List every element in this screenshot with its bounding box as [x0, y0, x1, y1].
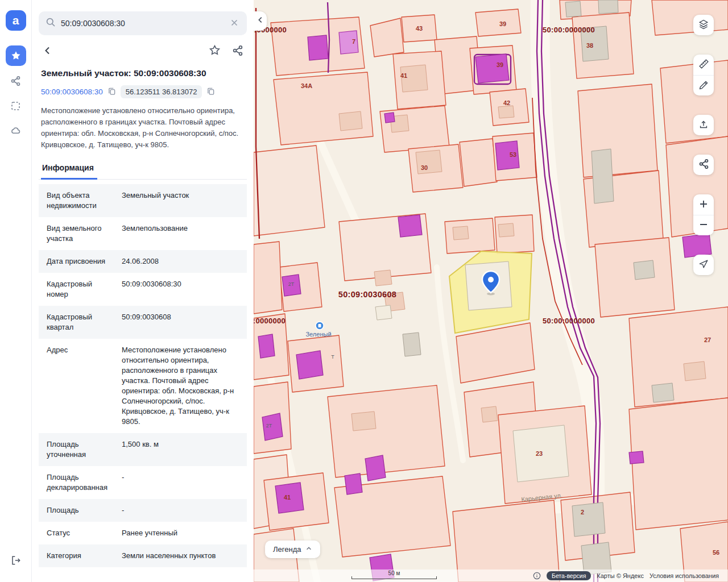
favorite-button[interactable] — [208, 43, 222, 59]
edit-button[interactable] — [693, 75, 714, 95]
table-row: Площадь- — [39, 499, 247, 522]
parcel-number: 56 — [713, 549, 719, 556]
info-row-label: Адрес — [47, 345, 122, 427]
sidebar-item-layers-share[interactable] — [6, 70, 26, 91]
info-row-value: Ранее учтенный — [122, 528, 239, 538]
search-icon — [46, 17, 56, 30]
parcel-number: 2 — [581, 509, 584, 516]
plus-icon — [698, 199, 709, 211]
cloud-icon — [10, 125, 22, 136]
info-row-label: Вид земельного участка — [47, 223, 122, 244]
app-logo-letter: a — [13, 14, 19, 27]
map-area[interactable]: 50:00:0000000 50:00:0000000 50:09:003060… — [254, 0, 728, 582]
back-button[interactable] — [41, 44, 55, 59]
table-row: Вид объекта недвижимостиЗемельный участо… — [39, 184, 247, 217]
info-row-value: Земельный участок — [122, 190, 239, 211]
copy-cadastral-button[interactable] — [106, 86, 117, 98]
layers-icon — [698, 19, 709, 32]
search-bar[interactable] — [39, 11, 247, 35]
info-row-label: Площадь уточненная — [47, 439, 122, 460]
sidebar-item-select-area[interactable] — [6, 95, 26, 116]
ruler-icon — [698, 59, 709, 71]
collapse-panel-button[interactable] — [254, 11, 267, 31]
legend-label: Легенда — [273, 545, 301, 554]
chevron-left-icon — [257, 16, 264, 26]
close-icon — [230, 18, 239, 29]
share-nodes-icon — [232, 45, 243, 58]
page-title: Земельный участок: 50:09:0030608:30 — [39, 68, 247, 78]
map-controls — [693, 15, 714, 275]
parcel-number: 27 — [704, 336, 711, 343]
zoom-in-button[interactable] — [693, 194, 714, 215]
place-label: Зеленый — [305, 331, 331, 338]
layers-button[interactable] — [693, 15, 714, 35]
star-icon — [10, 50, 22, 61]
info-row-label: Дата присвоения — [47, 256, 122, 267]
selected-parcel-group[interactable] — [449, 251, 532, 333]
info-row-label: Вид объекта недвижимости — [47, 190, 122, 211]
table-row: Дата присвоения24.06.2008 — [39, 250, 247, 273]
info-row-label: Кадастровый квартал — [47, 312, 122, 332]
parcel-number: 43 — [416, 25, 423, 32]
info-row-value: - — [122, 505, 239, 516]
clear-search-button[interactable] — [229, 17, 240, 30]
info-row-value: Землепользование — [122, 223, 239, 244]
logout-button[interactable] — [6, 550, 26, 571]
locate-button[interactable] — [693, 255, 714, 275]
coordinates-chip[interactable]: 56.123511 36.813072 — [121, 85, 202, 98]
quarter-label: 50:00:0000000 — [254, 317, 286, 325]
info-row-value: Местоположение установлено относительно … — [122, 345, 239, 427]
terms-link[interactable]: Условия использования — [650, 572, 719, 579]
utility-label: 2Т — [266, 423, 272, 429]
parcel-number: 41 — [400, 72, 407, 79]
cadastral-number-link[interactable]: 50:09:0030608:30 — [41, 88, 103, 96]
app-root: a — [0, 0, 728, 582]
chevron-up-icon — [305, 545, 312, 554]
info-row-value: Земли населенных пунктов — [122, 551, 239, 561]
tab-information[interactable]: Информация — [41, 160, 97, 180]
table-row: КатегорияЗемли населенных пунктов — [39, 544, 247, 567]
zoom-out-button[interactable] — [693, 215, 714, 235]
sidebar-item-cloud[interactable] — [6, 120, 26, 141]
map-canvas[interactable]: 50:00:0000000 50:00:0000000 50:09:003060… — [254, 0, 728, 582]
search-input[interactable] — [61, 19, 224, 28]
table-row: Площадь декларированная- — [39, 466, 247, 499]
parcel-number: 39 — [499, 20, 506, 27]
parcel-number: 7 — [352, 38, 355, 45]
share-button[interactable] — [231, 44, 245, 59]
share-map-button[interactable] — [693, 155, 714, 175]
pencil-icon — [698, 80, 709, 92]
upload-button[interactable] — [693, 115, 714, 135]
table-row: АдресМестоположение установлено относите… — [39, 339, 247, 433]
table-row: Площадь уточненная1,500 кв. м — [39, 433, 247, 466]
table-row: Кадастровый квартал50:09:0030608 — [39, 306, 247, 339]
details-panel: Земельный участок: 50:09:0030608:30 50:0… — [32, 0, 254, 582]
table-row: Кадастровый номер50:09:0030608:30 — [39, 273, 247, 306]
sidebar-item-favorites[interactable] — [6, 45, 26, 66]
measure-button[interactable] — [693, 55, 714, 75]
scale-label: 50 м — [351, 570, 437, 576]
info-row-value: 24.06.2008 — [122, 256, 239, 267]
dashed-frame-icon — [10, 101, 21, 111]
parcel-number: 42 — [503, 99, 510, 106]
parcel-number: 53 — [510, 151, 516, 158]
parcel-number: 30 — [421, 164, 428, 171]
info-icon[interactable] — [533, 572, 541, 580]
copy-icon — [107, 87, 116, 97]
copy-coordinates-button[interactable] — [205, 86, 216, 98]
beta-badge: Бета-версия — [547, 571, 591, 580]
map-attribution: Бета-версия Карты © Яндекс Условия испол… — [533, 571, 719, 580]
share-nodes-icon — [698, 159, 709, 171]
legend-button[interactable]: Легенда — [265, 541, 320, 558]
app-logo[interactable]: a — [6, 10, 26, 31]
table-row: СтатусРанее учтенный — [39, 522, 247, 544]
icon-rail: a — [0, 0, 32, 582]
parcel-number: 41 — [284, 494, 291, 501]
minus-icon — [698, 219, 709, 231]
map-copyright[interactable]: Карты © Яндекс — [597, 572, 644, 579]
utility-label: 2Т — [288, 281, 295, 287]
panel-actions — [39, 43, 247, 59]
share-nodes-icon — [10, 76, 21, 86]
copy-icon — [206, 87, 215, 97]
navigate-icon — [698, 259, 709, 271]
